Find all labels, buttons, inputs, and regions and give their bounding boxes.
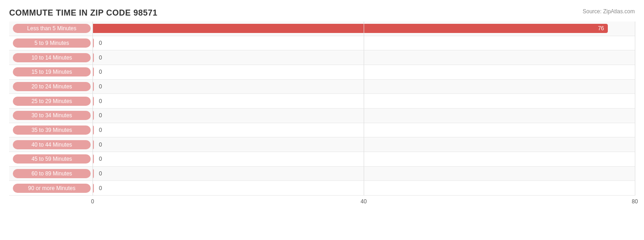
bar-label: 20 to 24 Minutes [13,82,91,91]
x-axis: 04080 [9,196,635,212]
bar-row: 30 to 34 Minutes0 [9,109,635,123]
bar-row: 5 to 9 Minutes0 [9,36,635,51]
bar-row: 90 or more Minutes0 [9,181,635,196]
bar-label: 25 to 29 Minutes [13,97,91,106]
chart-source: Source: ZipAtlas.com [583,8,635,15]
chart-area: Less than 5 Minutes765 to 9 Minutes010 t… [9,22,635,212]
bar-value-label: 0 [99,69,102,75]
chart-container: COMMUTE TIME IN ZIP CODE 98571 Source: Z… [0,0,644,240]
bar-row: 25 to 29 Minutes0 [9,94,635,109]
bar-row: 40 to 44 Minutes0 [9,137,635,152]
bar-value-label: 0 [99,112,102,119]
bar-label: 15 to 19 Minutes [13,67,91,76]
bar-label: 60 to 89 Minutes [13,169,91,178]
bars-section: Less than 5 Minutes765 to 9 Minutes010 t… [9,22,635,196]
bar-value-label: 0 [99,127,102,133]
x-axis-label: 40 [360,198,366,205]
bar-label: 40 to 44 Minutes [13,140,91,149]
bar-row: 35 to 39 Minutes0 [9,123,635,138]
bar-label: 5 to 9 Minutes [13,38,91,48]
bar-label: 45 to 59 Minutes [13,154,91,164]
x-axis-label: 0 [91,198,94,205]
bar-label: 10 to 14 Minutes [13,53,91,62]
bar-label: 30 to 34 Minutes [13,111,91,120]
grid-line-80 [635,22,635,196]
bar-row: Less than 5 Minutes76 [9,22,635,36]
bar-row: 60 to 89 Minutes0 [9,167,635,181]
bar-value-label: 0 [99,170,102,177]
bar-value-label: 0 [99,156,102,162]
bar-label: Less than 5 Minutes [13,24,91,33]
bar-value-label: 0 [99,185,102,191]
bar-value-label: 0 [99,55,102,61]
grid-line-0 [93,22,93,196]
bar-value-label: 0 [99,83,102,90]
x-axis-label: 80 [632,198,638,205]
bar-value-label: 0 [99,142,102,148]
grid-line-40 [364,22,364,196]
bar-row: 15 to 19 Minutes0 [9,65,635,80]
bar-value-label: 0 [99,40,102,46]
bar-row: 45 to 59 Minutes0 [9,152,635,167]
bar-fill: 76 [93,24,608,33]
bar-label: 35 to 39 Minutes [13,125,91,135]
bar-row: 20 to 24 Minutes0 [9,80,635,94]
bar-row: 10 to 14 Minutes0 [9,50,635,65]
bar-label: 90 or more Minutes [13,184,91,193]
bar-value-label: 0 [99,98,102,104]
chart-title: COMMUTE TIME IN ZIP CODE 98571 [9,8,635,18]
